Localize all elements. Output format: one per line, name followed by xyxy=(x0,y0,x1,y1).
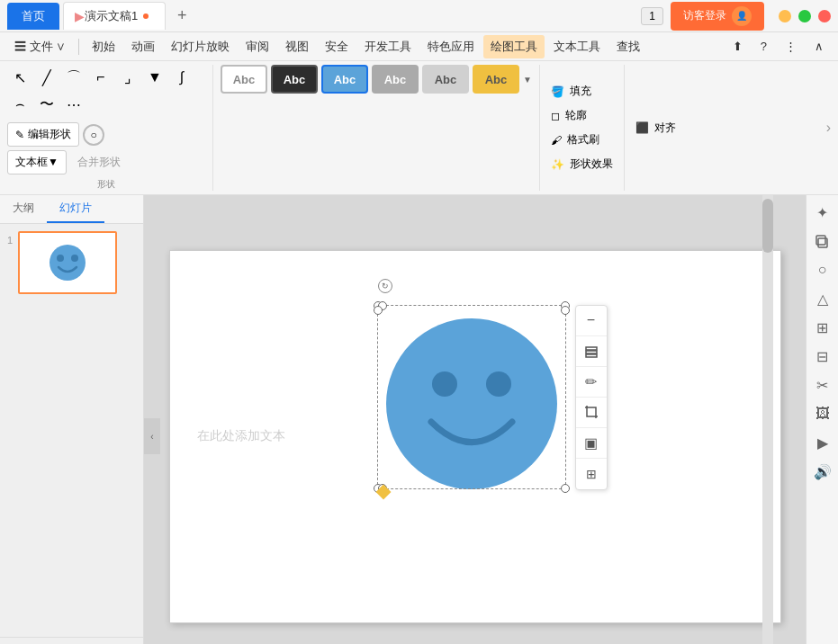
svg-point-0 xyxy=(50,245,86,281)
add-tab-button[interactable]: + xyxy=(169,4,194,29)
format-painter-icon: 🖌 xyxy=(551,134,562,147)
list-item: 1 xyxy=(7,231,136,294)
nav-left-button[interactable]: ‹ xyxy=(144,418,160,454)
vertical-scroll-thumb[interactable] xyxy=(762,199,773,253)
slide-number: 1 xyxy=(7,231,13,246)
svg-rect-7 xyxy=(586,347,597,350)
text-box-button[interactable]: 文本框▼ xyxy=(7,150,67,174)
float-layers-button[interactable] xyxy=(576,336,607,367)
menu-file[interactable]: ☰ 文件 ∨ xyxy=(7,35,73,58)
shape-container[interactable]: ↻ − xyxy=(377,305,566,498)
svg-point-5 xyxy=(486,371,511,397)
slide-thumbnail[interactable] xyxy=(18,231,117,294)
maximize-button[interactable] xyxy=(798,10,811,22)
vertical-scrollbar[interactable] xyxy=(762,195,773,644)
merge-shapes-button[interactable]: 合并形状 xyxy=(70,151,128,174)
title-bar: 首页 ▶ 演示文稿1 + 1 访客登录 👤 xyxy=(0,0,838,32)
menu-collapse-icon[interactable]: ∧ xyxy=(807,36,831,57)
thumbnail-smiley xyxy=(41,240,95,285)
svg-rect-8 xyxy=(586,354,597,357)
svg-point-1 xyxy=(57,255,64,262)
menu-review[interactable]: 审阅 xyxy=(239,35,276,58)
title-bar-right: 1 访客登录 👤 xyxy=(641,2,831,31)
menu-security[interactable]: 安全 xyxy=(318,35,356,58)
shape-squiggle-icon[interactable]: 〜 xyxy=(34,92,59,117)
shape-line-icon[interactable]: ╱ xyxy=(34,65,59,90)
smiley-shape[interactable] xyxy=(377,305,566,498)
float-pen-button[interactable]: ✏ xyxy=(576,367,607,398)
style-outline-button[interactable]: Abc xyxy=(221,65,267,94)
menu-more-icon[interactable]: ⋮ xyxy=(778,36,804,57)
rotate-handle[interactable]: ↻ xyxy=(378,279,392,293)
effect-icon: ✨ xyxy=(551,158,564,171)
login-button[interactable]: 访客登录 👤 xyxy=(671,2,764,31)
ribbon-expand-button[interactable]: › xyxy=(826,65,831,191)
shape-effect-button[interactable]: ✨ 形状效果 xyxy=(547,155,617,174)
float-crop-button[interactable] xyxy=(576,398,607,428)
rp-music-icon[interactable]: 🔊 xyxy=(809,458,836,485)
rp-copy-icon[interactable] xyxy=(809,228,836,255)
svg-rect-6 xyxy=(586,351,597,353)
menu-animation[interactable]: 动画 xyxy=(124,35,162,58)
shape-select-icon[interactable]: ↖ xyxy=(7,65,32,90)
add-slide-section: + xyxy=(0,637,143,644)
rp-circle-icon[interactable]: ○ xyxy=(809,256,836,283)
menu-search[interactable]: 查找 xyxy=(609,35,647,58)
style-yellow-button[interactable]: Abc xyxy=(473,65,519,94)
shape-more-icon[interactable]: ⋯ xyxy=(61,92,86,117)
slide-list: 1 xyxy=(0,224,143,637)
doc-tab[interactable]: ▶ 演示文稿1 xyxy=(63,2,166,30)
close-button[interactable] xyxy=(818,10,831,22)
float-frame-button[interactable]: ▣ xyxy=(576,428,607,459)
menu-start[interactable]: 初始 xyxy=(85,35,122,58)
rp-scissors-icon[interactable]: ✂ xyxy=(809,371,836,398)
style-lightgray-button[interactable]: Abc xyxy=(422,65,469,94)
menu-help-icon[interactable]: ? xyxy=(753,36,774,57)
slide-canvas[interactable]: 在此处添加文本 ↻ xyxy=(169,250,781,623)
unsaved-dot xyxy=(143,13,149,19)
menu-special[interactable]: 特色应用 xyxy=(420,35,482,58)
edit-icon: ✎ xyxy=(15,129,24,141)
menu-draw-tools[interactable]: 绘图工具 xyxy=(483,35,545,58)
fill-button[interactable]: 🪣 填充 xyxy=(547,82,617,101)
shape-freeform-icon[interactable]: ∫ xyxy=(169,65,194,90)
menu-dev[interactable]: 开发工具 xyxy=(357,35,419,58)
rp-star-icon[interactable]: ✦ xyxy=(809,199,836,226)
expand-icon: › xyxy=(826,120,831,136)
float-minus-button[interactable]: − xyxy=(576,306,607,336)
rp-grid-icon[interactable]: ⊞ xyxy=(809,314,836,341)
shape-dropdown-icon[interactable]: ▼ xyxy=(142,65,167,90)
float-grid-button[interactable]: ⊞ xyxy=(576,459,607,489)
rp-triangle-icon[interactable]: △ xyxy=(809,285,836,312)
svg-point-4 xyxy=(432,371,457,397)
align-button[interactable]: ⬛ 对齐 xyxy=(632,119,680,138)
slides-tab[interactable]: 幻灯片 xyxy=(47,195,104,223)
style-gray-button[interactable]: Abc xyxy=(372,65,419,94)
outline-tab[interactable]: 大纲 xyxy=(0,195,47,223)
menu-text-tools[interactable]: 文本工具 xyxy=(546,35,608,58)
page-number: 1 xyxy=(641,7,663,25)
style-dark-button[interactable]: Abc xyxy=(271,65,318,94)
shape-curve-icon[interactable]: ⌒ xyxy=(61,65,86,90)
rp-image-icon[interactable]: 🖼 xyxy=(809,400,836,427)
shape-curve2-icon[interactable]: ⌢ xyxy=(7,92,32,117)
minimize-button[interactable] xyxy=(779,10,791,22)
home-tab[interactable]: 首页 xyxy=(7,3,59,30)
circle-tool-icon[interactable]: ○ xyxy=(83,124,104,146)
align-icon: ⬛ xyxy=(635,121,649,134)
shape-angle-icon[interactable]: ⌟ xyxy=(115,65,140,90)
menu-share-icon[interactable]: ⬆ xyxy=(725,36,750,57)
menu-slideshow[interactable]: 幻灯片放映 xyxy=(164,35,237,58)
style-expand-button[interactable]: ▼ xyxy=(523,75,532,85)
rp-play-icon[interactable]: ▶ xyxy=(809,429,836,456)
style-blue-button[interactable]: Abc xyxy=(321,65,368,94)
rp-minus-icon[interactable]: ⊟ xyxy=(809,343,836,370)
menu-view[interactable]: 视图 xyxy=(278,35,316,58)
shape-connector-icon[interactable]: ⌐ xyxy=(88,65,113,90)
outline-button[interactable]: ◻ 轮廓 xyxy=(547,106,617,125)
ribbon: ↖ ╱ ⌒ ⌐ ⌟ ▼ ∫ ⌢ 〜 ⋯ ✎ 编辑形状 ○ 文本框▼ 合并形状 xyxy=(0,61,838,195)
shapes-label: 形状 xyxy=(7,178,205,191)
format-painter-button[interactable]: 🖌 格式刷 xyxy=(547,130,617,149)
edit-shape-button[interactable]: ✎ 编辑形状 xyxy=(7,122,79,147)
svg-point-3 xyxy=(386,318,557,489)
